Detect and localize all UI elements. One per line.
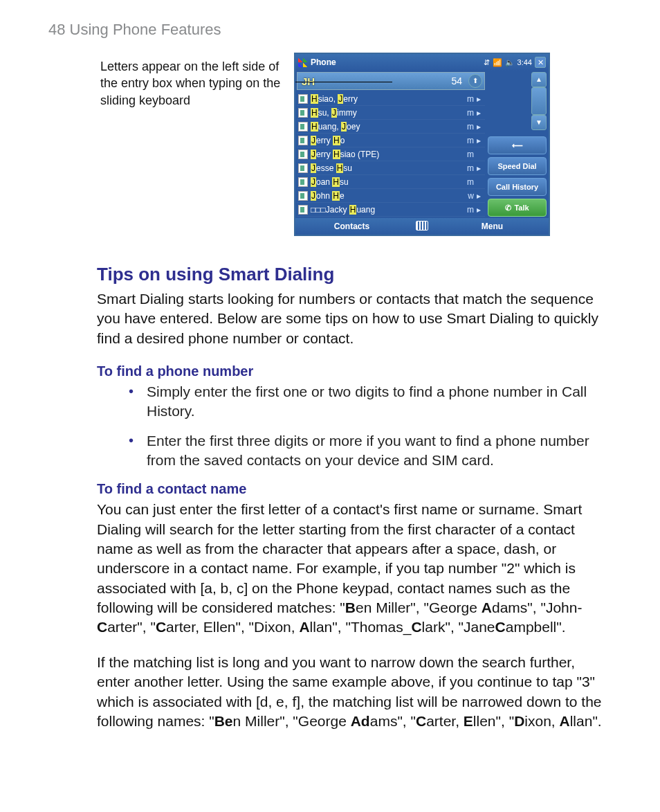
talk-button[interactable]: ✆Talk [488,199,547,217]
clock-text: 3:44 [517,58,532,66]
volume-icon: 🔈 [505,58,515,67]
contact-type: m [460,94,474,104]
leader-line [295,82,392,82]
close-button[interactable]: ✕ [535,57,546,68]
back-button[interactable]: ⟵ [488,136,547,154]
contact-row[interactable]: Hsu, Jimmym▸ [297,106,485,120]
contact-name: John He [311,191,457,201]
contact-name: Huang, Joey [311,122,457,132]
page-header: 48 Using Phone Features [48,21,612,39]
side-column: ▲ ▼ ⟵ Speed Dial Call History ✆Talk [486,71,549,218]
contact-row[interactable]: John Hew▸ [297,189,485,203]
contact-row[interactable]: Jesse Hsum▸ [297,161,485,175]
signal-icon: 📶 [493,58,502,67]
figure-row: Letters appear on the left side of the e… [100,53,612,236]
contact-type: m [460,205,474,215]
entry-scroll-up-icon[interactable]: ⬆ [468,74,482,88]
sync-icon: ⇵ [484,58,490,67]
contact-icon [298,94,308,104]
soft-key-bar: Contacts Menu [295,218,549,235]
contact-name: Hsu, Jimmy [311,108,457,118]
contact-icon [298,177,308,187]
list-item: Simply enter the first one or two digits… [125,382,612,422]
list-item: Enter the first three digits or more if … [125,431,612,471]
contact-row[interactable]: Joan Hsum [297,175,485,189]
contact-type: m [460,136,474,145]
scroll-up-button[interactable]: ▲ [531,72,547,87]
contact-icon [298,108,308,118]
contact-type: w [460,191,474,201]
chevron-right-icon: ▸ [477,136,484,145]
chevron-right-icon: ▸ [477,163,484,173]
contact-name: Jerry Hsiao (TPE) [311,150,457,159]
phone-titlebar: Phone ⇵ 📶 🔈 3:44 ✕ [295,54,549,71]
keyboard-icon [416,221,428,231]
intro-paragraph: Smart Dialing starts looking for numbers… [97,289,612,348]
contact-type: m [460,177,474,187]
subheading-find-contact: To find a contact name [97,481,612,497]
entry-box[interactable]: JH 54 ⬆ [297,72,485,90]
contact-paragraph-2: If the matching list is long and you wan… [97,653,612,731]
back-arrow-icon: ⟵ [512,141,523,150]
contact-icon [298,205,308,215]
call-history-button[interactable]: Call History [488,178,547,196]
contact-type: m [460,108,474,118]
contact-type: m [460,122,474,132]
chevron-right-icon: ▸ [477,205,484,215]
talk-label: Talk [514,204,529,212]
contact-name: Jesse Hsu [311,163,457,173]
entry-text: JH [297,75,319,87]
contact-name: Joan Hsu [311,177,457,187]
soft-left[interactable]: Contacts [295,222,408,231]
keyboard-toggle[interactable] [408,221,436,233]
phone-icon: ✆ [505,204,511,213]
match-count: 54 [451,75,466,87]
section-heading: Tips on using Smart Dialing [97,264,612,285]
subheading-find-number: To find a phone number [97,363,612,379]
contact-icon [298,136,308,145]
contact-name: □□□Jacky Huang [311,205,457,215]
chevron-right-icon: ▸ [477,191,484,201]
contact-icon [298,122,308,132]
contact-type: m [460,163,474,173]
contact-row[interactable]: □□□Jacky Huangm▸ [297,203,485,217]
contact-list: Hsiao, Jerrym▸Hsu, Jimmym▸Huang, Joeym▸J… [295,91,486,218]
contact-row[interactable]: Hsiao, Jerrym▸ [297,92,485,106]
contact-icon [298,191,308,201]
contact-row[interactable]: Jerry Hsiao (TPE)m [297,147,485,161]
contact-icon [298,163,308,173]
scroll-down-button[interactable]: ▼ [531,115,547,130]
phone-screenshot: Phone ⇵ 📶 🔈 3:44 ✕ JH 54 ⬆ Hsiao, Jerrym… [294,53,550,236]
speed-dial-button[interactable]: Speed Dial [488,157,547,175]
start-icon[interactable] [298,57,308,67]
chevron-right-icon: ▸ [477,108,484,118]
figure-caption: Letters appear on the left side of the e… [100,53,294,109]
status-icons: ⇵ 📶 🔈 3:44 [484,58,532,67]
app-title: Phone [311,57,481,67]
contact-paragraph-1: You can just enter the first letter of a… [97,500,612,637]
find-number-list: Simply enter the first one or two digits… [125,382,612,470]
contact-row[interactable]: Jerry Hom▸ [297,134,485,147]
contact-type: m [460,150,474,159]
contact-name: Hsiao, Jerry [311,94,457,104]
soft-right[interactable]: Menu [436,222,549,231]
contact-name: Jerry Ho [311,136,457,145]
chevron-right-icon: ▸ [477,94,484,104]
chevron-right-icon: ▸ [477,122,484,132]
contact-row[interactable]: Huang, Joeym▸ [297,120,485,134]
contact-icon [298,150,308,159]
scroll-track[interactable] [531,87,547,115]
